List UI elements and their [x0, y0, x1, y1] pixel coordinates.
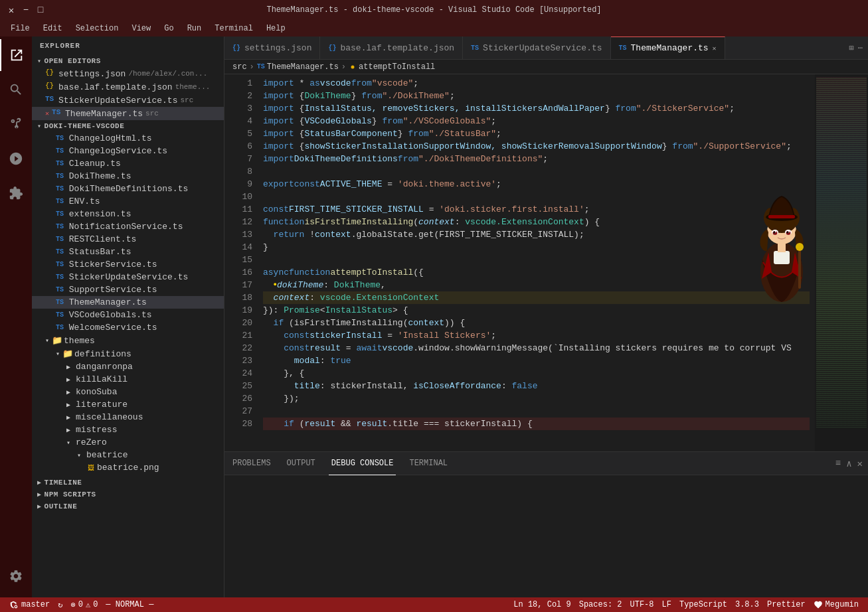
- file-stickerservice[interactable]: TS StickerService.ts: [32, 258, 224, 271]
- breadcrumb-function[interactable]: attemptToInstall: [349, 62, 435, 72]
- file-statusbar[interactable]: TS StatusBar.ts: [32, 246, 224, 258]
- file-stickerupdate[interactable]: TS StickerUpdateService.ts: [32, 271, 224, 283]
- menu-view[interactable]: View: [126, 23, 156, 35]
- menu-selection[interactable]: Selection: [70, 23, 124, 35]
- breadcrumb-src[interactable]: src: [232, 62, 247, 72]
- mistress-folder[interactable]: ▶ mistress: [32, 423, 224, 436]
- status-encoding[interactable]: UTF-8: [626, 600, 658, 609]
- timeline-section[interactable]: ▶ TIMELINE: [32, 477, 224, 489]
- file-thememanager[interactable]: TS ThemeManager.ts: [32, 296, 224, 309]
- status-sync[interactable]: ↻: [54, 597, 66, 612]
- reZero-folder[interactable]: ▾ reZero: [32, 436, 224, 449]
- menu-go[interactable]: Go: [159, 23, 179, 35]
- menu-edit[interactable]: Edit: [38, 23, 68, 35]
- danganronpa-folder[interactable]: ▶ danganronpa: [32, 360, 224, 373]
- prettier-label: Prettier: [767, 600, 806, 609]
- themes-folder[interactable]: ▾ 📁 themes: [32, 334, 224, 347]
- status-spaces[interactable]: Spaces: 2: [575, 600, 626, 609]
- open-editor-theme-name: ThemeManager.ts: [65, 109, 143, 119]
- ts-icon: TS: [56, 185, 64, 192]
- activity-settings[interactable]: [0, 560, 32, 592]
- activity-run-debug[interactable]: [0, 143, 32, 175]
- tab-sticker[interactable]: TS StickerUpdateService.ts: [463, 37, 610, 60]
- tab-theme[interactable]: TS ThemeManager.ts ✕: [611, 37, 725, 60]
- status-version[interactable]: 3.8.3: [731, 600, 763, 609]
- tab-base[interactable]: {} base.laf.template.json: [320, 37, 463, 60]
- file-notification[interactable]: TS NotificationService.ts: [32, 220, 224, 233]
- file-extension[interactable]: TS extension.ts: [32, 208, 224, 220]
- file-vscodeglobals[interactable]: TS VSCodeGlobals.ts: [32, 309, 224, 321]
- miscellaneous-folder[interactable]: ▶ miscellaneous: [32, 411, 224, 423]
- file-dokitheme[interactable]: TS DokiTheme.ts: [32, 170, 224, 183]
- tab-settings[interactable]: {} settings.json: [224, 37, 320, 60]
- file-welcome[interactable]: TS WelcomeService.ts: [32, 321, 224, 334]
- breadcrumb-file[interactable]: TS ThemeManager.ts: [257, 62, 339, 72]
- menu-terminal[interactable]: Terminal: [209, 23, 258, 35]
- status-eol[interactable]: LF: [658, 600, 675, 609]
- panel-close-icon[interactable]: ✕: [857, 458, 863, 469]
- tab-close-icon[interactable]: ✕: [713, 44, 717, 52]
- activity-search[interactable]: [0, 74, 32, 106]
- warning-count: 0: [93, 600, 98, 609]
- panel-tab-terminal[interactable]: TERMINAL: [406, 452, 450, 475]
- activity-explorer[interactable]: [0, 39, 32, 71]
- status-git-branch[interactable]: master: [5, 597, 54, 612]
- activity-extensions[interactable]: [0, 177, 32, 209]
- menu-file[interactable]: File: [5, 23, 35, 35]
- chevron: ▶: [66, 414, 70, 421]
- status-language[interactable]: TypeScript: [675, 600, 731, 609]
- file-env[interactable]: TS ENV.ts: [32, 195, 224, 208]
- open-editor-base[interactable]: {} base.laf.template.json theme...: [32, 80, 224, 94]
- chevron: ▾: [66, 439, 70, 447]
- panel-tab-problems[interactable]: PROBLEMS: [230, 452, 274, 475]
- file-support[interactable]: TS SupportService.ts: [32, 283, 224, 296]
- file-changelog-service[interactable]: TS ChangelogService.ts: [32, 145, 224, 157]
- file-dokitheme-def[interactable]: TS DokiThemeDefinitions.ts: [32, 183, 224, 195]
- close-control[interactable]: ✕: [7, 5, 16, 15]
- chevron: ▶: [66, 426, 70, 434]
- ts-icon: TS: [56, 236, 64, 243]
- definitions-label: definitions: [74, 349, 131, 359]
- npm-scripts-section[interactable]: ▶ NPM SCRIPTS: [32, 489, 224, 500]
- panel-tab-debug[interactable]: DEBUG CONSOLE: [329, 452, 396, 475]
- file-cleanup[interactable]: TS Cleanup.ts: [32, 157, 224, 170]
- file-rest[interactable]: TS RESTClient.ts: [32, 233, 224, 246]
- minimize-control[interactable]: −: [21, 5, 31, 15]
- panel-filter-icon[interactable]: ≡: [835, 458, 841, 469]
- open-editors-section[interactable]: ▾ OPEN EDITORS: [32, 55, 224, 67]
- beatrice-png[interactable]: 🖼 beatrice.png: [32, 461, 224, 474]
- open-editor-sticker-name: StickerUpdateService.ts: [58, 96, 177, 106]
- definitions-folder[interactable]: ▾ 📁 definitions: [32, 347, 224, 360]
- project-section[interactable]: ▾ DOKI-THEME-VSCODE: [32, 120, 224, 132]
- more-actions-icon[interactable]: ⋯: [858, 43, 863, 53]
- killLaKill-folder[interactable]: ▶ killLaKill: [32, 373, 224, 386]
- open-editor-theme[interactable]: ✕ TS ThemeManager.ts src: [32, 107, 224, 120]
- panel-up-icon[interactable]: ∧: [846, 458, 851, 469]
- maximize-control[interactable]: □: [36, 5, 45, 15]
- window-controls[interactable]: ✕ − □: [7, 5, 45, 15]
- tab-theme-label: ThemeManager.ts: [631, 43, 709, 53]
- status-megumin[interactable]: Megumin: [810, 600, 863, 609]
- status-prettier[interactable]: Prettier: [763, 600, 810, 609]
- panel-tab-output[interactable]: OUTPUT: [284, 452, 318, 475]
- editor-content: 12345 678910 1112131415 1617181920 21222…: [224, 74, 868, 451]
- open-editor-settings[interactable]: {} settings.json /home/alex/.con...: [32, 67, 224, 80]
- status-cursor[interactable]: Ln 18, Col 9: [509, 600, 574, 609]
- status-errors[interactable]: ⊗ 0 ⚠ 0: [66, 597, 102, 612]
- language-label: TypeScript: [679, 600, 727, 609]
- sidebar-content: ▾ OPEN EDITORS {} settings.json /home/al…: [32, 55, 224, 597]
- code-editor[interactable]: import * as vscode from "vscode"; import…: [258, 74, 815, 451]
- activity-source-control[interactable]: [0, 108, 32, 140]
- file-changelog-html[interactable]: TS ChangelogHtml.ts: [32, 132, 224, 145]
- beatrice-folder[interactable]: ▾ beatrice: [32, 449, 224, 461]
- menu-run[interactable]: Run: [182, 23, 207, 35]
- open-editor-sticker[interactable]: TS StickerUpdateService.ts src: [32, 94, 224, 107]
- menu-help[interactable]: Help: [261, 23, 291, 35]
- npm-chevron: ▶: [37, 491, 42, 498]
- outline-section[interactable]: ▶ OUTLINE: [32, 500, 224, 512]
- close-icon-open[interactable]: ✕: [45, 110, 49, 117]
- literature-folder[interactable]: ▶ literature: [32, 398, 224, 411]
- konoSuba-label: konoSuba: [76, 387, 117, 397]
- split-editor-icon[interactable]: ⊞: [849, 43, 854, 53]
- konoSuba-folder[interactable]: ▶ konoSuba: [32, 386, 224, 398]
